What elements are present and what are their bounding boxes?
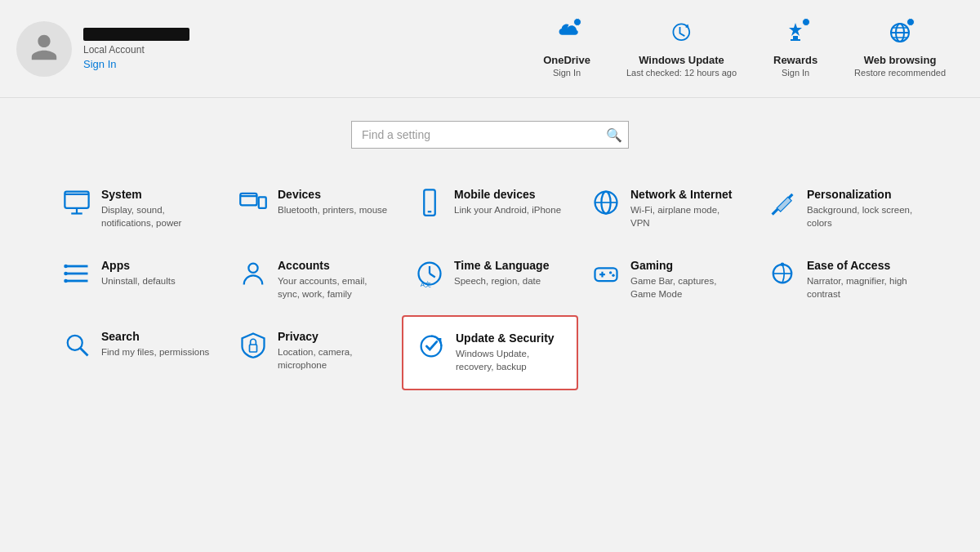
svg-text:A文: A文 [421, 281, 431, 288]
svg-line-40 [81, 349, 88, 356]
svg-point-26 [248, 264, 257, 273]
search-bar-section: 🔍 [0, 98, 980, 165]
personalization-title: Personalization [807, 188, 918, 201]
windows-update-icon-wrap [669, 20, 695, 49]
web-browsing-action[interactable]: Web browsing Restore recommended [836, 13, 964, 84]
accounts-desc: Your accounts, email, sync, work, family [278, 274, 389, 300]
devices-icon [238, 188, 268, 217]
accounts-text: AccountsYour accounts, email, sync, work… [278, 259, 389, 300]
update-security-desc: Windows Update, recovery, backup [456, 347, 564, 373]
network-icon [591, 188, 621, 217]
ease-of-access-icon [768, 259, 797, 288]
web-browsing-subtitle: Restore recommended [854, 68, 946, 78]
svg-rect-12 [240, 195, 256, 197]
search-input-wrap: 🔍 [351, 121, 629, 149]
svg-rect-13 [259, 197, 266, 208]
system-text: SystemDisplay, sound, notifications, pow… [101, 188, 212, 229]
svg-rect-1 [793, 36, 798, 39]
web-browsing-badge [906, 18, 915, 26]
privacy-icon [238, 330, 268, 359]
privacy-text: PrivacyLocation, camera, microphone [278, 330, 389, 372]
accounts-icon [238, 259, 268, 288]
settings-item-search[interactable]: SearchFind my files, permissions [49, 315, 225, 390]
onedrive-badge [573, 18, 581, 26]
privacy-desc: Location, camera, microphone [278, 345, 389, 372]
network-desc: Wi-Fi, airplane mode, VPN [630, 203, 742, 229]
settings-item-system[interactable]: SystemDisplay, sound, notifications, pow… [49, 173, 225, 244]
search-icon [62, 330, 91, 359]
settings-item-time-language[interactable]: A文Time & LanguageSpeech, region, date [402, 244, 578, 315]
svg-point-25 [64, 279, 68, 283]
header: Local Account Sign In OneDrive Sign In [0, 0, 980, 98]
rewards-action[interactable]: Rewards Sign In [755, 13, 836, 84]
svg-point-35 [612, 274, 614, 277]
user-name-redacted [83, 28, 189, 41]
onedrive-action[interactable]: OneDrive Sign In [525, 13, 608, 84]
apps-desc: Uninstall, defaults [101, 274, 176, 287]
settings-item-apps[interactable]: AppsUninstall, defaults [49, 244, 225, 315]
svg-point-39 [68, 336, 82, 350]
windows-update-icon [669, 20, 695, 46]
network-text: Network & InternetWi-Fi, airplane mode, … [630, 188, 742, 229]
ease-of-access-title: Ease of Access [807, 259, 918, 272]
settings-item-network[interactable]: Network & InternetWi-Fi, airplane mode, … [578, 173, 755, 244]
user-label: Local Account [83, 44, 189, 56]
windows-update-title: Windows Update [639, 54, 724, 66]
network-title: Network & Internet [630, 188, 742, 201]
avatar[interactable] [16, 21, 72, 77]
ease-of-access-desc: Narrator, magnifier, high contrast [807, 274, 918, 300]
user-icon [29, 32, 60, 66]
settings-item-mobile-devices[interactable]: Mobile devicesLink your Android, iPhone [402, 173, 578, 244]
rewards-badge [802, 18, 810, 26]
sign-in-link[interactable]: Sign In [83, 58, 189, 70]
settings-item-update-security[interactable]: Update & SecurityWindows Update, recover… [402, 315, 578, 390]
time-language-desc: Speech, region, date [454, 274, 549, 287]
rewards-icon-wrap [782, 20, 808, 49]
settings-item-accounts[interactable]: AccountsYour accounts, email, sync, work… [225, 244, 402, 315]
settings-item-personalization[interactable]: PersonalizationBackground, lock screen, … [755, 173, 931, 244]
mobile-devices-text: Mobile devicesLink your Android, iPhone [454, 188, 561, 216]
svg-point-34 [609, 271, 612, 274]
privacy-title: Privacy [278, 330, 389, 343]
system-title: System [101, 188, 212, 201]
devices-title: Devices [278, 188, 387, 201]
accounts-title: Accounts [278, 259, 389, 272]
onedrive-subtitle: Sign In [553, 68, 581, 78]
system-desc: Display, sound, notifications, power [101, 203, 212, 229]
personalization-icon [768, 188, 797, 217]
settings-item-devices[interactable]: DevicesBluetooth, printers, mouse [225, 173, 402, 244]
svg-rect-11 [240, 194, 256, 206]
apps-icon [62, 259, 91, 288]
windows-update-action[interactable]: Windows Update Last checked: 12 hours ag… [608, 13, 755, 84]
svg-point-24 [64, 272, 68, 276]
devices-text: DevicesBluetooth, printers, mouse [278, 188, 387, 216]
ease-of-access-text: Ease of AccessNarrator, magnifier, high … [807, 259, 918, 300]
settings-item-ease-of-access[interactable]: Ease of AccessNarrator, magnifier, high … [755, 244, 931, 315]
mobile-devices-desc: Link your Android, iPhone [454, 203, 561, 216]
personalization-desc: Background, lock screen, colors [807, 203, 918, 229]
web-browsing-icon-wrap [887, 20, 913, 49]
svg-rect-8 [65, 194, 88, 195]
svg-line-29 [430, 274, 435, 278]
update-security-text: Update & SecurityWindows Update, recover… [456, 332, 564, 373]
user-section: Local Account Sign In [16, 21, 278, 77]
time-language-title: Time & Language [454, 259, 549, 272]
header-actions: OneDrive Sign In Windows Update Last che… [525, 13, 964, 84]
update-security-title: Update & Security [456, 332, 564, 345]
settings-item-gaming[interactable]: GamingGame Bar, captures, Game Mode [578, 244, 755, 315]
svg-point-38 [781, 263, 785, 267]
search-button[interactable]: 🔍 [606, 127, 622, 143]
apps-text: AppsUninstall, defaults [101, 259, 176, 287]
devices-desc: Bluetooth, printers, mouse [278, 203, 387, 216]
search-title: Search [101, 330, 209, 343]
settings-grid: SystemDisplay, sound, notifications, pow… [0, 165, 980, 398]
mobile-devices-icon [415, 188, 444, 217]
search-input[interactable] [351, 121, 629, 149]
apps-title: Apps [101, 259, 176, 272]
settings-item-privacy[interactable]: PrivacyLocation, camera, microphone [225, 315, 402, 390]
windows-update-subtitle: Last checked: 12 hours ago [626, 68, 737, 78]
svg-point-23 [64, 265, 68, 269]
gaming-text: GamingGame Bar, captures, Game Mode [630, 259, 742, 300]
search-text: SearchFind my files, permissions [101, 330, 209, 358]
mobile-devices-title: Mobile devices [454, 188, 561, 201]
